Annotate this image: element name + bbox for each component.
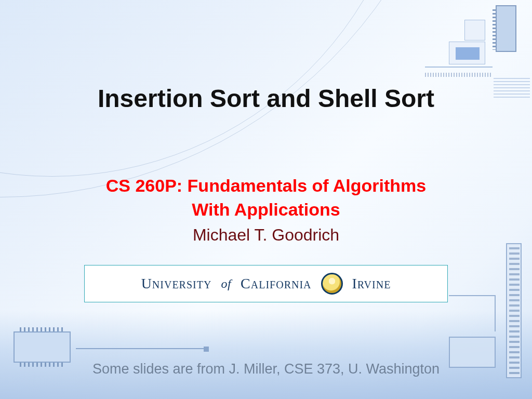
decorative-bottom-right [438, 222, 527, 378]
banner-california: California [241, 275, 311, 292]
university-banner: University of California Irvine [84, 265, 448, 302]
banner-university: University [141, 275, 212, 292]
course-subtitle: CS 260P: Fundamentals of Algorithms With… [0, 174, 532, 222]
slide: Insertion Sort and Shell Sort CS 260P: F… [0, 0, 532, 399]
course-line-1: CS 260P: Fundamentals of Algorithms [0, 174, 532, 198]
banner-campus: Irvine [352, 275, 391, 292]
course-line-2: With Applications [0, 198, 532, 222]
university-seal-icon [321, 273, 343, 295]
banner-of: of [221, 277, 231, 291]
slide-title: Insertion Sort and Shell Sort [0, 84, 532, 113]
